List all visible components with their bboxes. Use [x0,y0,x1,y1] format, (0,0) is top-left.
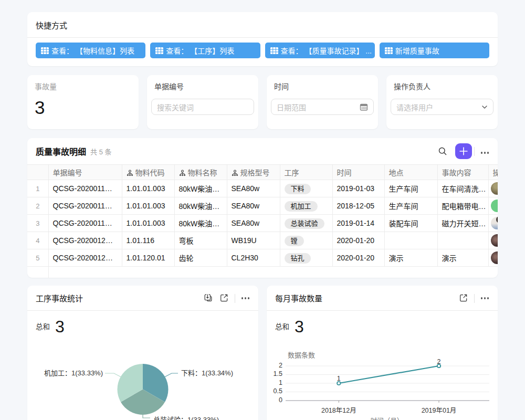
svg-text:1: 1 [337,375,341,382]
svg-text:2: 2 [437,358,441,365]
svg-text:机加工：1(33.33%): 机加工：1(33.33%) [44,369,103,377]
svg-text:0.5: 0.5 [274,387,282,395]
svg-text:下料：1(33.34%): 下料：1(33.34%) [181,369,233,377]
svg-text:时间（月）: 时间（月） [371,417,404,420]
svg-text:数据条数: 数据条数 [288,351,315,359]
svg-text:2018年12月: 2018年12月 [321,407,356,414]
svg-text:1.5: 1.5 [274,370,282,377]
svg-text:总装试验：1(33.33%): 总装试验：1(33.33%) [153,416,219,420]
svg-text:1: 1 [279,379,282,386]
svg-text:2019年01月: 2019年01月 [422,407,457,414]
svg-text:0: 0 [279,396,282,404]
svg-text:2: 2 [279,362,282,369]
